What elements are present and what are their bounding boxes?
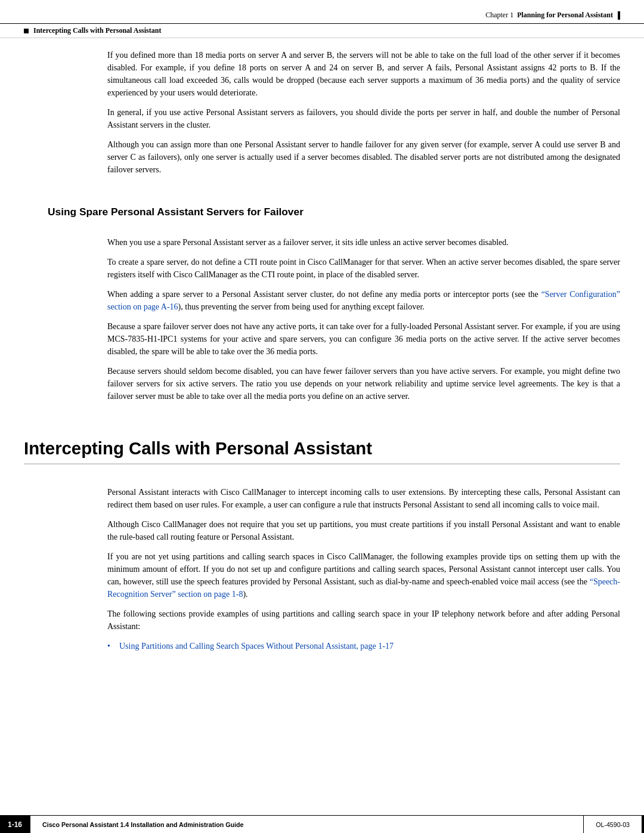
section1-para1: If you defined more than 18 media ports … xyxy=(107,49,620,99)
footer-right-text: OL-4590-03 xyxy=(583,816,642,833)
bullet-link-1[interactable]: Using Partitions and Calling Search Spac… xyxy=(119,642,394,651)
header-chapter: Chapter 1 xyxy=(485,11,513,20)
footer-page-number: 1-16 xyxy=(0,816,30,833)
page-subheader: Intercepting Calls with Personal Assista… xyxy=(0,24,644,38)
section2-para4: Because a spare failover server does not… xyxy=(107,320,620,358)
page-footer: 1-16 Cisco Personal Assistant 1.4 Instal… xyxy=(0,815,644,833)
section3-para2: Although Cisco CallManager does not requ… xyxy=(107,518,620,543)
section2-para5: Because servers should seldom become dis… xyxy=(107,365,620,402)
section1-para2: In general, if you use active Personal A… xyxy=(107,106,620,131)
page-header: Chapter 1 Planning for Personal Assistan… xyxy=(0,0,644,24)
list-item: Using Partitions and Calling Search Spac… xyxy=(107,640,620,652)
section2-content: When you use a spare Personal Assistant … xyxy=(0,225,644,420)
section2-para2: To create a spare server, do not define … xyxy=(107,256,620,281)
chapter-label: Chapter 1 xyxy=(485,11,513,19)
header-title: Planning for Personal Assistant xyxy=(517,11,613,20)
subheader-text: Intercepting Calls with Personal Assista… xyxy=(33,26,161,35)
subheader-bullet-icon xyxy=(24,29,29,33)
section3-content: Personal Assistant interacts with Cisco … xyxy=(0,475,644,667)
section2-heading: Using Spare Personal Assistant Servers f… xyxy=(48,206,620,218)
header-bar-icon xyxy=(618,11,620,20)
section1-para3: Although you can assign more than one Pe… xyxy=(107,138,620,176)
section2-para3-text-before: When adding a spare server to a Personal… xyxy=(107,290,541,299)
footer-right-bar-icon xyxy=(642,816,644,833)
section2-wrapper: Using Spare Personal Assistant Servers f… xyxy=(0,206,644,218)
section3-para3: If you are not yet using partitions and … xyxy=(107,550,620,600)
section2-para3: When adding a spare server to a Personal… xyxy=(107,288,620,313)
section3-para4: The following sections provide examples … xyxy=(107,608,620,633)
section2-para1: When you use a spare Personal Assistant … xyxy=(107,236,620,249)
section1-content: If you defined more than 18 media ports … xyxy=(0,38,644,194)
section3-para1: Personal Assistant interacts with Cisco … xyxy=(107,486,620,511)
section3-heading-wrapper: Intercepting Calls with Personal Assista… xyxy=(0,438,644,465)
page: Chapter 1 Planning for Personal Assistan… xyxy=(0,0,644,833)
section3-para3-text-after: ). xyxy=(243,590,247,599)
section3-para3-text-before: If you are not yet using partitions and … xyxy=(107,552,620,586)
section2-para3-text-after: ), thus preventing the server from being… xyxy=(178,302,425,311)
section3-chapter-heading: Intercepting Calls with Personal Assista… xyxy=(24,438,620,465)
footer-center-text: Cisco Personal Assistant 1.4 Installatio… xyxy=(30,816,583,833)
section3-bullet-list: Using Partitions and Calling Search Spac… xyxy=(107,640,620,652)
